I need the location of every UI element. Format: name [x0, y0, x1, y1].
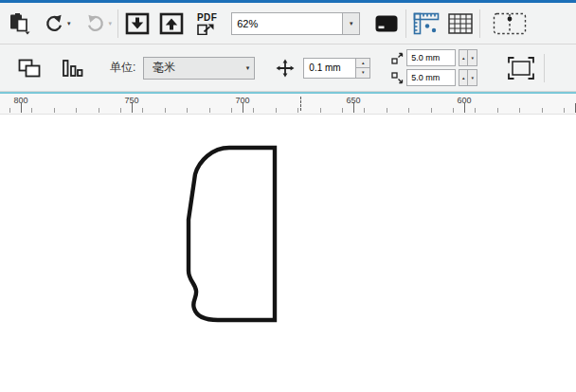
toggle-grid-button[interactable]: [446, 11, 475, 36]
export-button[interactable]: [157, 10, 186, 37]
overlapping-pages-icon: [17, 58, 42, 79]
toggle-rulers-button[interactable]: [411, 10, 441, 37]
units-label: 单位:: [110, 60, 135, 76]
redo-button[interactable]: [83, 12, 108, 35]
page-dimensions-button[interactable]: [15, 56, 44, 80]
export-icon: [159, 12, 184, 35]
duplicate-x-icon: [391, 52, 404, 64]
guidelines-icon: [493, 12, 527, 35]
stepper-up-button[interactable]: ▴: [459, 69, 468, 86]
nudge-offset-spinner: ▴ ▾: [303, 58, 370, 79]
nudge-offset-button[interactable]: [274, 57, 297, 80]
zoom-dropdown-button[interactable]: ▾: [343, 12, 360, 35]
ruler-label: 700: [235, 96, 249, 105]
ruler-label: 650: [346, 96, 360, 105]
stepper-down-button[interactable]: ▾: [468, 69, 477, 86]
page-orientation-button[interactable]: [59, 56, 85, 80]
duplicate-distance-y-input[interactable]: [406, 69, 456, 86]
duplicate-y-icon: [391, 72, 404, 84]
duplicate-distance-x-row: ▴ ▾: [391, 49, 477, 66]
paste-button[interactable]: [6, 10, 33, 37]
chevron-down-icon: ▾: [246, 64, 250, 72]
zoom-level-combobox: ▾: [231, 12, 360, 35]
ruler-label: 750: [124, 96, 138, 105]
pdf-page-arrow-icon: [197, 23, 215, 35]
stepper-up-button[interactable]: ▴: [459, 49, 468, 66]
ruler-label: 600: [457, 96, 471, 105]
stepper-down-button[interactable]: ▾: [468, 49, 477, 66]
horizontal-ruler[interactable]: 800 750 700 650 600: [0, 94, 576, 115]
duplicate-distance-x-input[interactable]: [406, 49, 456, 66]
ruler-position-marker: [300, 97, 301, 111]
units-combobox[interactable]: 毫米 ▾: [143, 57, 255, 80]
bounding-box-icon: [508, 57, 534, 80]
duplicate-distance-y-row: ▴ ▾: [391, 69, 477, 86]
undo-button[interactable]: [42, 12, 66, 35]
paste-icon: [8, 12, 31, 35]
standard-toolbar: ▾ ▾ PDF: [0, 3, 576, 45]
pdf-label: PDF: [197, 12, 217, 23]
publish-to-pdf-button[interactable]: PDF: [194, 10, 220, 37]
nudge-cross-icon: [276, 59, 295, 78]
duplicate-x-steppers: ▴ ▾: [459, 49, 477, 66]
nudge-spin-buttons: ▴ ▾: [356, 58, 370, 79]
units-value: 毫米: [153, 60, 175, 76]
toggle-guidelines-button[interactable]: [491, 10, 529, 37]
toolbar-separator: [117, 9, 118, 38]
orientation-bars-icon: [61, 58, 83, 79]
duplicate-distance-group: ▴ ▾ ▴ ▾: [391, 49, 477, 86]
redo-icon: [85, 14, 106, 33]
rulers-icon: [413, 12, 440, 35]
app-window: ▾ ▾ PDF: [0, 0, 576, 392]
zoom-level-input[interactable]: [231, 12, 343, 35]
drawing-canvas[interactable]: [0, 115, 576, 391]
redo-dropdown-button[interactable]: ▾: [108, 20, 114, 27]
nudge-offset-input[interactable]: [303, 58, 356, 79]
spinner-up-button[interactable]: ▴: [356, 58, 370, 69]
import-icon: [125, 12, 150, 35]
undo-icon: [44, 14, 64, 33]
curve-shape-object[interactable]: [0, 115, 576, 391]
spinner-down-button[interactable]: ▾: [356, 68, 370, 79]
fullscreen-preview-icon: [374, 14, 399, 33]
toolbar-separator: [544, 54, 545, 82]
import-button[interactable]: [123, 10, 152, 37]
undo-dropdown-button[interactable]: ▾: [66, 20, 72, 27]
ruler-major-ticks: [0, 103, 576, 113]
fullscreen-preview-button[interactable]: [372, 12, 401, 35]
toolbar-separator: [405, 9, 406, 38]
duplicate-y-steppers: ▴ ▾: [459, 69, 477, 86]
property-bar: 单位: 毫米 ▾ ▴ ▾: [0, 45, 576, 92]
toolbar-separator: [479, 9, 480, 38]
ruler-label: 800: [13, 96, 27, 105]
grid-icon: [448, 13, 473, 34]
treat-as-filled-button[interactable]: [506, 55, 536, 81]
